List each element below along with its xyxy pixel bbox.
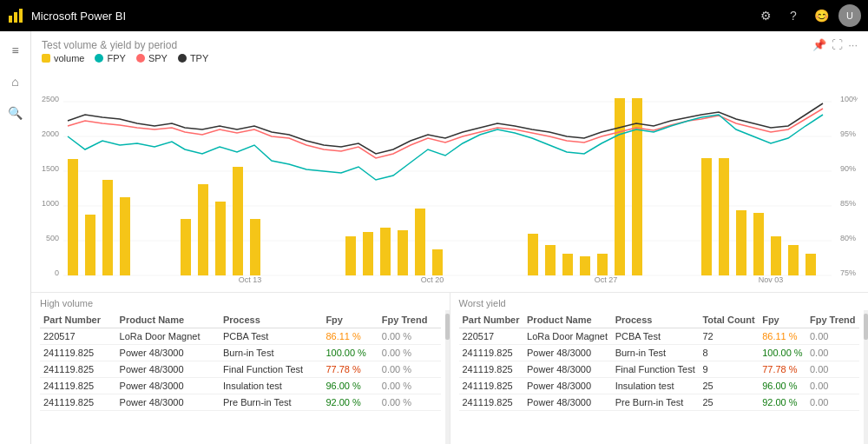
cell-part: 241119.825 [40, 378, 116, 394]
table-row: 241119.825 Power 48/3000 Final Function … [459, 361, 860, 378]
col-product-name-2: Product Name [523, 312, 612, 328]
svg-rect-32 [233, 167, 243, 275]
cell-fpy: 86.11 % [759, 328, 806, 345]
svg-rect-37 [398, 230, 408, 275]
table-row: 241119.825 Power 48/3000 Pre Burn-in Tes… [40, 394, 441, 411]
worst-yield-header-row: Part Number Product Name Process Total C… [459, 312, 860, 328]
svg-text:75%: 75% [840, 268, 856, 277]
help-icon[interactable]: ? [783, 5, 804, 26]
svg-rect-2 [19, 9, 23, 23]
svg-text:80%: 80% [840, 234, 856, 242]
high-volume-panel: High volume Part Number Product Name Pro… [31, 293, 450, 444]
pin-icon[interactable]: 📌 [812, 38, 826, 51]
sidebar-menu-btn[interactable]: ≡ [3, 38, 28, 63]
svg-text:Oct 27: Oct 27 [595, 275, 618, 282]
settings-icon[interactable]: ⚙ [755, 5, 776, 26]
cell-product: Power 48/3000 [523, 345, 612, 361]
col-part-number: Part Number [40, 312, 116, 328]
more-icon[interactable]: ··· [848, 38, 858, 51]
sidebar-search-btn[interactable]: 🔍 [3, 101, 28, 125]
table-row: 241119.825 Power 48/3000 Insulation test… [459, 378, 860, 394]
cell-count: 25 [699, 394, 759, 411]
svg-text:1500: 1500 [42, 164, 59, 173]
col-fpy-trend-2: Fpy Trend [806, 312, 859, 328]
cell-process: PCBA Test [612, 328, 700, 345]
cell-trend: 0.00 % [378, 361, 441, 378]
high-volume-title: High volume [40, 298, 441, 308]
svg-rect-52 [788, 245, 799, 275]
worst-yield-title: Worst yield [459, 298, 860, 308]
volume-dot [42, 54, 50, 63]
cell-trend: 0.00 [806, 394, 859, 411]
svg-rect-38 [415, 209, 425, 275]
svg-rect-46 [632, 98, 642, 275]
svg-rect-39 [432, 249, 443, 275]
table-row: 220517 LoRa Door Magnet PCBA Test 86.11 … [40, 328, 441, 345]
svg-rect-50 [753, 213, 764, 275]
cell-count: 72 [699, 328, 759, 345]
cell-part: 241119.825 [40, 361, 116, 378]
high-volume-table: Part Number Product Name Process Fpy Fpy… [40, 312, 441, 411]
cell-fpy: 92.00 % [759, 394, 806, 411]
cell-part: 241119.825 [459, 361, 524, 378]
chart-svg: 0 500 1000 1500 2000 2500 75% 80% 85% 90… [42, 67, 858, 282]
svg-text:2500: 2500 [42, 95, 59, 103]
high-volume-header-row: Part Number Product Name Process Fpy Fpy… [40, 312, 441, 328]
cell-fpy: 77.78 % [322, 361, 378, 378]
avatar[interactable]: U [838, 4, 861, 27]
col-fpy: Fpy [322, 312, 378, 328]
svg-rect-40 [528, 234, 538, 275]
cell-process: Insulation test [612, 378, 700, 394]
tables-section: High volume Part Number Product Name Pro… [31, 292, 868, 444]
cell-product: Power 48/3000 [116, 345, 220, 361]
legend-spy: SPY [136, 53, 168, 63]
svg-rect-28 [120, 197, 130, 275]
cell-part: 220517 [40, 328, 116, 345]
svg-text:90%: 90% [840, 164, 856, 173]
svg-text:2000: 2000 [42, 129, 59, 138]
svg-rect-25 [68, 159, 78, 275]
cell-product: Power 48/3000 [523, 378, 612, 394]
spy-dot [136, 54, 145, 63]
svg-rect-30 [198, 184, 208, 275]
sidebar: ≡ ⌂ 🔍 [0, 31, 31, 444]
table-row: 241119.825 Power 48/3000 Final Function … [40, 361, 441, 378]
legend-spy-label: SPY [148, 53, 168, 63]
cell-trend: 0.00 % [378, 378, 441, 394]
svg-rect-44 [597, 254, 608, 275]
powerbi-logo [7, 7, 24, 24]
chart-section: Test volume & yield by period 📌 ⛶ ··· vo… [31, 31, 868, 292]
cell-product: LoRa Door Magnet [523, 328, 612, 345]
scrollbar-track-2[interactable] [864, 310, 868, 444]
legend-fpy-label: FPY [107, 53, 125, 63]
fpy-dot [95, 54, 103, 63]
cell-product: Power 48/3000 [523, 394, 612, 411]
svg-rect-53 [806, 254, 816, 275]
cell-trend: 0.00 % [378, 345, 441, 361]
cell-process: PCBA Test [220, 328, 322, 345]
expand-icon[interactable]: ⛶ [832, 38, 843, 51]
chart-area: 0 500 1000 1500 2000 2500 75% 80% 85% 90… [42, 67, 858, 282]
svg-rect-51 [771, 236, 781, 275]
svg-rect-29 [181, 219, 191, 275]
scrollbar-thumb-2[interactable] [864, 314, 868, 340]
sidebar-home-btn[interactable]: ⌂ [3, 70, 28, 94]
svg-rect-0 [9, 16, 12, 23]
col-process-2: Process [612, 312, 700, 328]
cell-fpy: 100.00 % [322, 345, 378, 361]
svg-rect-41 [545, 245, 556, 275]
cell-fpy: 77.78 % [759, 361, 806, 378]
svg-text:500: 500 [46, 234, 59, 242]
cell-process: Burn-in Test [220, 345, 322, 361]
svg-text:Oct 13: Oct 13 [239, 275, 262, 282]
svg-rect-36 [380, 228, 391, 275]
cell-part: 241119.825 [459, 394, 524, 411]
svg-text:85%: 85% [840, 199, 856, 208]
col-fpy-2: Fpy [759, 312, 806, 328]
cell-trend: 0.00 % [378, 394, 441, 411]
cell-product: Power 48/3000 [523, 361, 612, 378]
worst-yield-table: Part Number Product Name Process Total C… [459, 312, 860, 411]
notifications-icon[interactable]: 😊 [811, 5, 832, 26]
cell-part: 241119.825 [40, 345, 116, 361]
svg-rect-47 [701, 158, 712, 275]
